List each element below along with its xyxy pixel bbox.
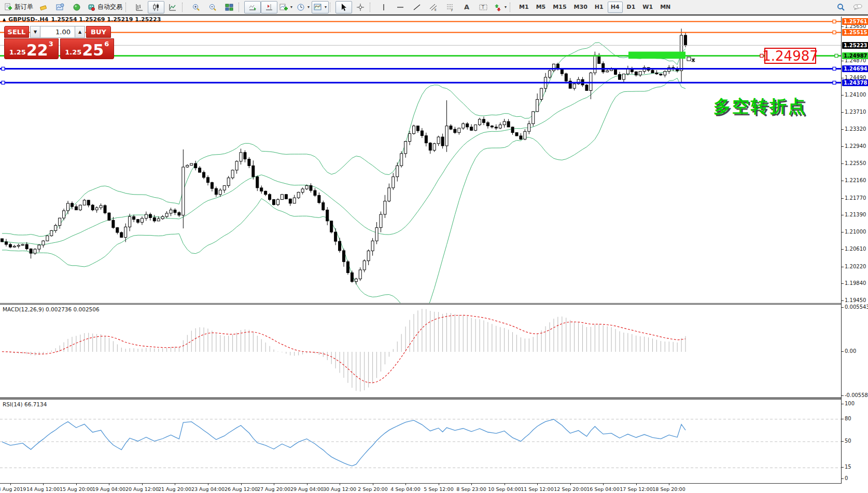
toolbar-separator (125, 3, 129, 12)
trendline-icon (413, 3, 421, 11)
timeframe-h4[interactable]: H4 (608, 2, 623, 13)
new-order-button[interactable]: 新订单 (2, 1, 35, 13)
price-callout-box[interactable]: 1.24987 (764, 48, 816, 64)
rsi-axis-label: 100 (845, 401, 855, 406)
indicators-button[interactable]: ▾ (277, 1, 295, 13)
buy-price-quote[interactable]: 1.25 25 6 (60, 38, 115, 59)
vertical-line-icon (380, 3, 387, 11)
candlestick-chart-button[interactable] (148, 1, 164, 13)
time-tick (439, 484, 439, 485)
main-toolbar: 新订单 自动交易 (0, 0, 868, 15)
channel-button[interactable]: E (425, 1, 442, 13)
cursor-button[interactable] (335, 1, 352, 13)
axis-tick (842, 267, 844, 267)
sell-button[interactable]: SELL (4, 26, 29, 38)
signal-button[interactable] (68, 1, 85, 13)
eraser-icon (39, 3, 48, 11)
macd-axis-label: -0.005583 (845, 392, 868, 398)
timeframe-m15[interactable]: M15 (550, 2, 569, 13)
timeframe-w1[interactable]: W1 (639, 2, 656, 13)
time-tick (373, 484, 373, 485)
time-tick (636, 484, 637, 485)
timeframe-m30[interactable]: M30 (571, 2, 591, 13)
symbol-search-button[interactable] (833, 1, 849, 13)
mt4-application: 新订单 自动交易 (0, 0, 868, 493)
time-tick (10, 484, 11, 485)
bar-chart-button[interactable] (131, 1, 148, 13)
templates-button[interactable]: ▾ (312, 1, 329, 13)
template-icon (314, 3, 322, 11)
toolbar-separator (239, 3, 242, 12)
macd-panel[interactable] (0, 304, 841, 398)
trendline-button[interactable] (409, 1, 425, 13)
timeframe-m1[interactable]: M1 (516, 2, 532, 13)
price-tick-label: 1.23320 (845, 126, 866, 132)
rsi-axis-label: 50 (845, 438, 851, 444)
search-icon (837, 3, 845, 11)
autoscroll-button[interactable] (244, 1, 261, 13)
chat-bubbles-icon (853, 3, 862, 11)
candlestick-icon (152, 3, 160, 11)
volume-input[interactable]: 1.00 (40, 26, 75, 38)
time-tick (603, 484, 604, 485)
timeframe-d1[interactable]: D1 (624, 2, 639, 13)
horizontal-line-icon (396, 3, 404, 11)
macd-axis-label: 0.005543 (845, 304, 868, 310)
toolbar-separator (182, 3, 186, 12)
price-tag: 1.24378 (842, 79, 868, 86)
autotrade-button[interactable]: 自动交易 (85, 1, 124, 13)
periods-button[interactable]: ▾ (295, 1, 312, 13)
autoscroll-icon (248, 3, 257, 11)
rsi-axis-label: 0 (845, 475, 848, 481)
price-tick-label: 1.19450 (845, 297, 866, 303)
buy-price-main: 25 (82, 44, 104, 57)
price-tick-label: 1.20610 (845, 246, 866, 252)
zoom-in-button[interactable] (188, 1, 204, 13)
chat-button[interactable] (849, 1, 866, 13)
price-axis[interactable]: 1.256501.248701.244901.241001.237101.233… (841, 17, 868, 484)
chart-window-button[interactable] (52, 1, 68, 13)
volume-increase-button[interactable]: ▲ (75, 26, 85, 38)
horizontal-line-button[interactable] (392, 1, 409, 13)
main-chart[interactable] (0, 17, 841, 303)
time-tick (76, 484, 77, 485)
gold-tool-button[interactable] (35, 1, 52, 13)
sell-price-quote[interactable]: 1.25 22 3 (4, 38, 59, 59)
line-chart-button[interactable] (164, 1, 181, 13)
timeframe-mn[interactable]: MN (657, 2, 674, 13)
time-tick (274, 484, 274, 485)
chart-annotation-text[interactable]: 多空转折点 (713, 95, 807, 118)
volume-decrease-button[interactable]: ▼ (30, 26, 40, 38)
dropdown-caret-icon: ▾ (290, 5, 292, 9)
crosshair-button[interactable] (352, 1, 369, 13)
fibonacci-icon: F (446, 3, 454, 11)
equidistant-channel-icon: E (429, 3, 438, 11)
timeframe-h1[interactable]: H1 (592, 2, 607, 13)
sell-price-prefix: 1.25 (9, 48, 26, 56)
zoom-out-button[interactable] (204, 1, 221, 13)
rsi-panel[interactable] (0, 399, 841, 484)
arrows-button[interactable]: ▾ (492, 1, 509, 13)
chart-shift-button[interactable] (261, 1, 277, 13)
timeframe-m5[interactable]: M5 (533, 2, 549, 13)
svg-text:F: F (451, 8, 453, 11)
axis-tick (842, 198, 844, 199)
new-order-icon (4, 3, 12, 11)
text-label-button[interactable]: T (475, 1, 492, 13)
price-tag: 1.24694 (842, 65, 868, 72)
vertical-line-button[interactable] (375, 1, 392, 13)
fibonacci-button[interactable]: F (442, 1, 458, 13)
buy-button[interactable]: BUY (86, 26, 111, 38)
zoom-in-icon (192, 3, 200, 11)
tile-windows-button[interactable] (221, 1, 237, 13)
axis-tick (842, 163, 844, 164)
tile-windows-icon (225, 3, 233, 11)
text-label-icon: T (479, 3, 488, 11)
crosshair-icon (356, 3, 365, 11)
time-axis[interactable]: 13 Aug 201914 Aug 12:0015 Aug 20:0019 Au… (0, 484, 868, 493)
window-collapse-icon[interactable]: ▲ (3, 17, 6, 22)
time-tick (669, 484, 669, 485)
text-button[interactable]: A (458, 1, 475, 13)
rsi-axis-label: 15 (845, 464, 851, 470)
svg-text:T: T (481, 5, 484, 10)
